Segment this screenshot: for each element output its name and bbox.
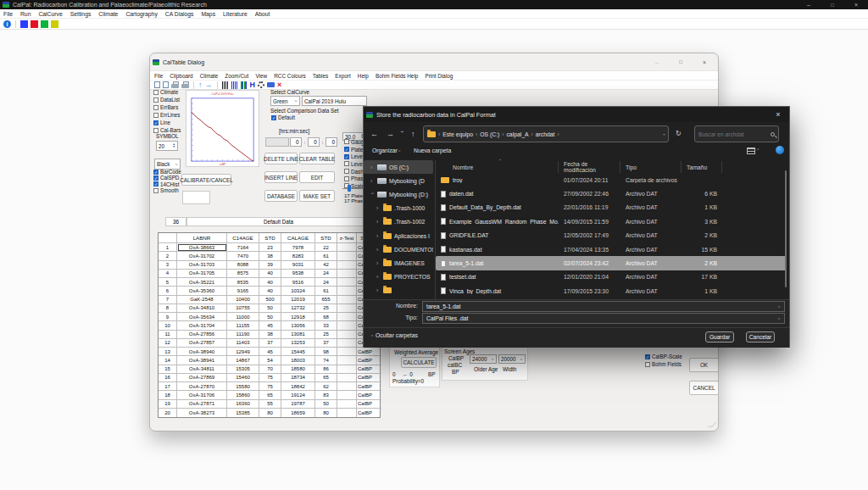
checked-checkbox-icon[interactable] — [153, 181, 159, 187]
cell[interactable]: OxA-35634 — [177, 313, 227, 321]
new-folder-button[interactable]: Nueva carpeta — [414, 148, 451, 153]
chevron-collapsed-icon[interactable]: › — [376, 233, 381, 239]
menu-item-zoom-cut[interactable]: Zoom/Cut — [225, 73, 248, 79]
cell[interactable]: 45 — [259, 348, 281, 356]
file-row-tarea-5-1-dat[interactable]: tarea_5-1.dat02/07/2024 23:42Archivo DAT… — [436, 256, 787, 270]
cell[interactable]: 22 — [315, 243, 337, 252]
symbol-size-stepper[interactable]: 20 ▲▼ — [156, 141, 178, 151]
chevron-collapsed-icon[interactable]: › — [376, 274, 381, 280]
file-row-gridfile-dat[interactable]: GRIDFILE.DAT12/05/2002 17:49Archivo DAT2… — [436, 229, 787, 242]
barcode-blue-icon[interactable] — [231, 81, 238, 89]
cell[interactable]: 50 — [315, 400, 337, 409]
filename-combo[interactable]: tarea_5-1.dat › — [422, 301, 785, 312]
table-row[interactable]: 8OxA-3481010755501273225CalBP — [159, 304, 380, 313]
menu-item-help[interactable]: Help — [358, 73, 369, 79]
chevron-collapsed-icon[interactable]: › — [376, 247, 381, 253]
unchecked-checkbox-icon[interactable] — [153, 188, 159, 193]
table-row[interactable]: 4OxA-31705857540953824CalBP — [159, 270, 380, 278]
delete-icon[interactable]: × — [277, 81, 281, 89]
menu-item-run[interactable]: Run — [20, 11, 31, 17]
cell[interactable]: OxA-38273 — [177, 409, 227, 417]
delete-line-button[interactable]: DELETE LINE — [264, 153, 298, 164]
cell[interactable]: OxA-38940 — [177, 348, 227, 356]
checkbox-errbars[interactable]: ErrBars — [153, 103, 181, 111]
menu-item-export[interactable]: Export — [335, 73, 350, 79]
sidebar-item-trash-1000[interactable]: ›.Trash-1000 — [364, 202, 433, 215]
slider-thumb[interactable] — [348, 185, 351, 192]
unchecked-checkbox-icon[interactable] — [153, 105, 159, 110]
print-preview-icon[interactable] — [181, 81, 189, 89]
cell[interactable] — [337, 365, 357, 374]
unchecked-checkbox-icon[interactable] — [344, 161, 349, 166]
menu-item-rcc-colours[interactable]: RCC Colours — [274, 73, 306, 79]
cell[interactable]: 15445 — [281, 348, 315, 356]
row-number[interactable]: 14 — [159, 356, 177, 365]
cell[interactable]: 13056 — [281, 321, 315, 330]
cell[interactable]: 50 — [259, 304, 281, 313]
table-row[interactable]: 17OxA-2787015580751884262CalBP — [159, 382, 380, 391]
table-row[interactable]: 16OxA-2786915460751873465CalBP — [159, 374, 380, 382]
table-row[interactable]: 7GaK-25481040050012019655CalBP — [159, 296, 380, 304]
menu-item-file[interactable]: File — [154, 73, 163, 79]
cell[interactable]: 75 — [259, 382, 281, 391]
paste-icon[interactable] — [163, 81, 169, 88]
close-icon[interactable] — [693, 54, 716, 70]
table-row[interactable]: 14OxA-3894114867541800374CalBP — [159, 356, 380, 365]
help-icon[interactable] — [776, 146, 784, 154]
cell[interactable]: 15580 — [227, 382, 259, 391]
menu-item-clipboard[interactable]: Clipboard — [170, 73, 192, 79]
checked-checkbox-icon[interactable] — [344, 147, 349, 152]
file-row-testset-dat[interactable]: testset.dat12/01/2020 21:04Archivo DAT17… — [436, 270, 787, 284]
unchecked-checkbox-icon[interactable] — [344, 169, 349, 174]
row-number[interactable]: 8 — [159, 304, 177, 313]
table-row[interactable]: 5OxA-35221853540951624CalBP — [159, 278, 380, 287]
cell[interactable]: OxA-31706 — [177, 391, 227, 399]
cell[interactable]: 13253 — [281, 339, 315, 348]
cell[interactable]: OxA-27857 — [177, 339, 227, 348]
file-list-scrollbar[interactable] — [785, 170, 787, 287]
screen-icon[interactable] — [267, 82, 275, 87]
refresh-icon[interactable]: ↻ — [676, 130, 682, 137]
view-options-icon[interactable] — [747, 148, 755, 154]
checkbox-errlines[interactable]: ErrLines — [153, 111, 181, 119]
unchecked-checkbox-icon[interactable] — [344, 176, 349, 181]
organize-menu[interactable]: Organizar › — [372, 148, 401, 153]
checkbox-climate[interactable]: Climate — [153, 88, 181, 96]
cell[interactable] — [337, 243, 357, 252]
barcode-green-icon[interactable] — [241, 81, 248, 89]
row-number[interactable]: 7 — [159, 296, 177, 304]
cell[interactable]: 500 — [259, 296, 281, 304]
minimize-icon[interactable] — [797, 0, 821, 9]
barcode-black-icon[interactable] — [222, 81, 229, 89]
cell[interactable]: OxA-27871 — [177, 400, 227, 409]
menu-item-cartography[interactable]: Cartography — [125, 11, 157, 17]
breadcrumb-item-calpal-a[interactable]: calpal_A — [506, 131, 528, 137]
sidebar-item-mybooking-d[interactable]: ›Mybooking (D — [364, 174, 433, 187]
recent-locations-icon[interactable]: › — [399, 131, 405, 132]
cell[interactable]: 11155 — [227, 321, 259, 330]
cell[interactable]: 61 — [315, 252, 337, 260]
cell[interactable]: 42 — [315, 261, 337, 270]
checked-checkbox-icon[interactable] — [344, 154, 349, 159]
checkbox-line[interactable]: Line — [153, 119, 181, 126]
cell[interactable]: OxA-27870 — [177, 382, 227, 391]
cell[interactable]: GaK-2548 — [177, 296, 227, 304]
cell[interactable]: 33 — [315, 321, 337, 330]
cell[interactable]: OxA-35360 — [177, 287, 227, 295]
insert-line-button[interactable]: INSERT LINE — [264, 171, 298, 183]
sidebar-item-mybooking-d[interactable]: ›Mybooking (D:) — [364, 187, 433, 201]
cell[interactable]: 38 — [259, 331, 281, 339]
row-number[interactable]: 20 — [159, 409, 177, 417]
hms-field-1[interactable]: 0 — [308, 137, 320, 147]
cell[interactable]: OxA-27856 — [177, 331, 227, 339]
unchecked-checkbox-icon[interactable] — [153, 128, 159, 133]
cell[interactable]: OxA-31703 — [177, 261, 227, 270]
hms-field-0[interactable]: 0 — [290, 137, 302, 147]
filetype-combo[interactable]: CalPal Files .dat › — [422, 313, 785, 324]
sidebar-item-imagenes[interactable]: ›IMAGENES — [364, 256, 433, 270]
cell[interactable] — [337, 400, 357, 409]
clear-table-button[interactable]: CLEAR TABLE — [299, 153, 335, 164]
cell[interactable]: 40 — [259, 278, 281, 287]
breadcrumb-item-os-c[interactable]: OS (C:) — [480, 131, 499, 137]
maximize-icon[interactable] — [669, 54, 693, 70]
